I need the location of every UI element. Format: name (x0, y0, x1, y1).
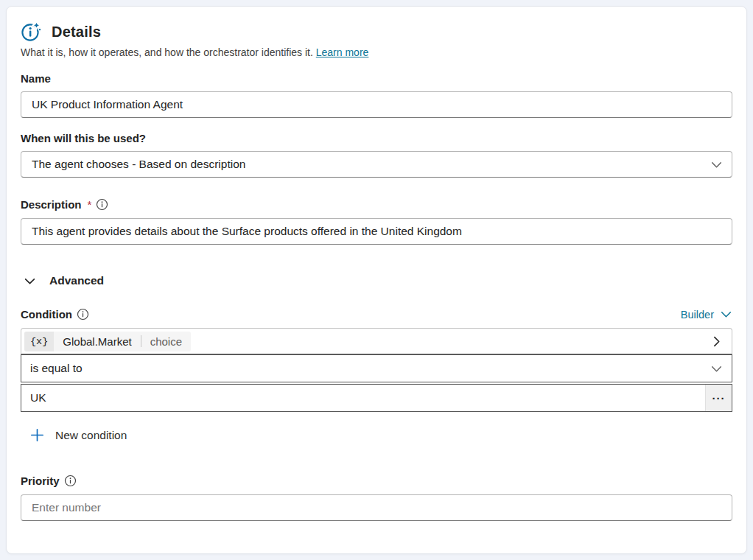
panel-subtitle: What it is, how it operates, and how the… (21, 46, 732, 58)
description-info-icon[interactable] (96, 198, 108, 211)
builder-toggle-label: Builder (681, 309, 714, 321)
chevron-down-icon (710, 363, 723, 375)
when-used-dropdown[interactable]: The agent chooses - Based on description (21, 151, 732, 178)
condition-header: Condition Builder (21, 308, 732, 321)
description-label: Description (21, 198, 82, 211)
condition-variable-row[interactable]: {x} Global.Market choice (21, 328, 732, 354)
condition-builder: {x} Global.Market choice is equal to UK … (21, 328, 732, 412)
details-panel: Details What it is, how it operates, and… (6, 6, 747, 554)
condition-value-row[interactable]: UK ··· (21, 384, 732, 412)
chevron-down-icon (710, 158, 723, 171)
plus-icon (30, 428, 44, 442)
chevron-down-icon (720, 308, 732, 321)
condition-operator-dropdown[interactable]: is equal to (21, 354, 732, 382)
page-title: Details (52, 24, 101, 41)
details-sparkle-info-icon (21, 21, 41, 42)
ellipsis-more-button[interactable]: ··· (705, 385, 732, 411)
description-label-row: Description * (21, 198, 732, 211)
builder-mode-toggle[interactable]: Builder (681, 308, 732, 321)
when-used-selected-value: The agent chooses - Based on description (32, 158, 245, 171)
variable-name: Global.Market (54, 335, 140, 348)
when-used-label: When will this be used? (21, 132, 732, 144)
chevron-right-icon[interactable] (710, 335, 723, 348)
name-input[interactable] (21, 91, 732, 118)
required-asterisk: * (88, 198, 92, 211)
advanced-section-label: Advanced (49, 274, 104, 287)
operator-selected-value: is equal to (30, 362, 83, 375)
condition-label-row: Condition (21, 308, 89, 321)
ellipsis-icon: ··· (712, 392, 726, 405)
variable-icon: {x} (24, 332, 54, 351)
variable-chip[interactable]: {x} Global.Market choice (24, 332, 191, 351)
condition-value-text: UK (21, 391, 46, 405)
learn-more-link[interactable]: Learn more (316, 46, 369, 58)
new-condition-button[interactable]: New condition (30, 428, 732, 442)
priority-info-icon[interactable] (64, 475, 77, 487)
condition-label: Condition (21, 308, 72, 321)
priority-label-row: Priority (21, 475, 732, 487)
advanced-section-toggle[interactable]: Advanced (21, 274, 732, 287)
new-condition-label: New condition (55, 429, 127, 442)
name-label: Name (21, 72, 732, 85)
priority-label: Priority (21, 475, 60, 487)
panel-header: Details (21, 21, 732, 42)
variable-type: choice (141, 335, 191, 348)
condition-info-icon[interactable] (77, 308, 89, 321)
description-input[interactable] (21, 218, 732, 245)
chevron-down-icon (24, 275, 36, 287)
priority-input[interactable] (21, 494, 732, 521)
